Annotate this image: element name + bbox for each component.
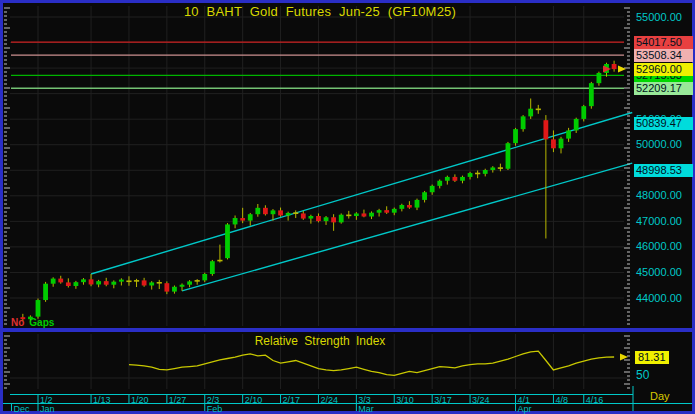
panel-divider [0,328,695,332]
candle [597,73,602,83]
candle [445,177,450,181]
candle [543,120,548,139]
candle [149,282,154,285]
rsi-level-label: 50 [636,368,649,382]
candle [392,209,397,213]
candle [271,210,276,214]
candle [483,170,488,174]
month-label: Dec [13,404,29,414]
no-gaps-label-gaps: Gaps [29,317,54,328]
candle [263,208,268,214]
date-tick-label: 4/8 [555,395,568,405]
price-level-badge: 48998.53 [634,164,693,177]
candle [316,216,321,221]
rsi-line [129,351,614,375]
candle [528,109,533,117]
candle [468,173,473,177]
candle [255,208,260,214]
candle [437,181,442,186]
channel-line [91,113,632,274]
price-tick-label: 55000.00 [636,11,692,24]
candle [566,130,571,138]
candle [142,280,147,285]
price-tick-label: 44000.00 [636,292,692,305]
current-price-arrow-icon [618,66,626,73]
candle [104,281,109,285]
rsi-title: Relative Strength Index [0,334,640,348]
rsi-current-arrow-icon [620,353,628,360]
candle [210,261,215,274]
month-label: Mar [358,404,374,414]
chart-window: 10 BAHT Gold Futures Jun-25 (GF10M25) Re… [0,0,695,414]
candle [513,129,518,143]
chart-canvas[interactable] [0,0,695,414]
candle [51,279,56,284]
candle [58,279,63,283]
candle [453,177,458,181]
date-tick-label: 1/27 [169,395,187,405]
date-tick-label: 2/17 [283,395,301,405]
price-level-badge: 50839.47 [634,117,693,130]
date-tick-label: 3/10 [396,395,414,405]
price-arrows [603,66,628,361]
candle [66,282,71,286]
candle [36,300,41,317]
price-tick-label: 50000.00 [636,138,692,151]
candle [74,282,79,286]
candle [490,167,495,170]
date-tick-label: 1/20 [131,395,149,405]
price-tick-label: 45000.00 [636,266,692,279]
no-gaps-label-no: No [11,317,24,328]
candle [362,213,367,216]
candle [81,279,86,282]
no-gaps-annotation: NoGaps [11,317,54,328]
price-tick-label: 46000.00 [636,240,692,253]
candle [339,215,344,223]
timeframe-label: Day [650,390,690,402]
month-label: Feb [207,404,223,414]
date-tick-label: 3/24 [472,395,490,405]
price-level-badge: 52960.00 [634,63,693,76]
date-tick-label: 1/13 [93,395,111,405]
candle [574,119,579,130]
candle [240,218,245,221]
date-tick-label: 2/24 [320,395,338,405]
candle [164,283,169,291]
candle [89,279,94,284]
candle [233,218,238,224]
candle [111,282,116,285]
price-level-badge: 52209.17 [634,82,693,95]
price-tick-label: 48000.00 [636,189,692,202]
candle [331,217,336,222]
rsi-line-layer [129,351,614,375]
date-tick-label: 4/16 [586,395,604,405]
candle [612,64,617,69]
candle [415,200,420,208]
chart-title: 10 BAHT Gold Futures Jun-25 (GF10M25) [0,4,640,19]
candle [187,281,192,284]
level-lines-layer [11,42,624,88]
candle [407,205,412,208]
candle [377,210,382,213]
candle [430,186,435,192]
candle [119,280,124,282]
price-level-badge: 54017.50 [634,36,693,49]
candle [43,284,48,300]
candle [559,139,564,149]
candle [301,213,306,218]
price-tick-label: 47000.00 [636,215,692,228]
month-label: Apr [518,404,532,414]
trend-channel-layer [91,113,632,291]
date-tick-label: 3/17 [434,395,452,405]
candle [354,213,359,216]
candle [172,287,177,292]
candle [399,205,404,209]
candle [551,139,556,148]
candle [422,192,427,200]
date-tick-label: 2/10 [245,395,263,405]
candle [225,224,230,258]
candle [369,213,374,217]
candle [248,214,253,220]
candle [180,285,185,287]
candle [96,281,101,284]
